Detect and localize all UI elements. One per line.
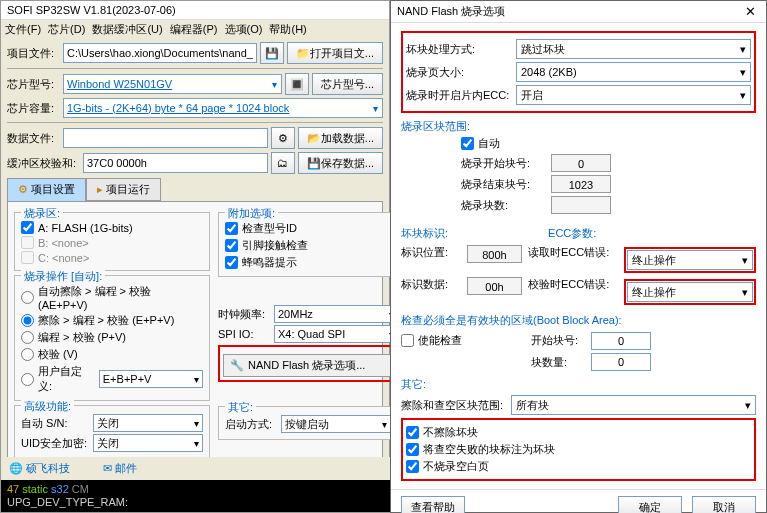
project-file-label: 项目文件: xyxy=(7,46,63,61)
ecc-combo[interactable]: 开启 xyxy=(516,85,751,105)
menu-chip[interactable]: 芯片(D) xyxy=(48,23,85,35)
menu-options[interactable]: 选项(O) xyxy=(225,23,263,35)
mark-fail-check[interactable] xyxy=(406,443,419,456)
erase-range-combo[interactable]: 所有块 xyxy=(511,395,756,415)
bad-block-combo[interactable]: 跳过坏块 xyxy=(516,39,751,59)
bad-id-cnt: 00h xyxy=(467,277,522,295)
freq-combo[interactable]: 20MHz xyxy=(274,305,398,323)
open-project-button[interactable]: 📁 打开项目文... xyxy=(287,42,383,64)
save-data-button[interactable]: 💾 保存数据... xyxy=(298,152,383,174)
cancel-button[interactable]: 取消 xyxy=(692,496,756,513)
ecc-verify-combo[interactable]: 终止操作 xyxy=(627,282,753,302)
op-erase-prog-radio[interactable] xyxy=(21,314,34,327)
chip-model-label: 芯片型号: xyxy=(7,77,63,92)
range-count xyxy=(551,196,611,214)
sn-combo[interactable]: 关闭 xyxy=(93,414,203,432)
others-group: 其它: 启动方式:按键启动 xyxy=(218,406,398,440)
gear-icon: ⚙ xyxy=(18,183,28,195)
menu-bar: 文件(F) 芯片(D) 数据缓冲区(U) 编程器(P) 选项(O) 帮助(H) xyxy=(1,20,389,39)
wrench-icon: 🔧 xyxy=(230,359,244,372)
link-tech[interactable]: 🌐 硕飞科技 xyxy=(9,462,85,474)
help-button[interactable]: 查看帮助 xyxy=(401,496,465,513)
nand-dialog: NAND Flash 烧录选项 ✕ 坏块处理方式:跳过坏块 烧录页大小:2048… xyxy=(390,0,767,513)
area-b-check xyxy=(21,236,34,249)
data-file-input[interactable] xyxy=(63,128,268,148)
console: 47 static s32 CM UPG_DEV_TYPE_RAM: xyxy=(1,480,391,512)
boot-start-input[interactable] xyxy=(591,332,651,350)
checksum-icon[interactable]: 🗂 xyxy=(271,152,295,174)
checksum-input[interactable] xyxy=(83,153,268,173)
range-end: 1023 xyxy=(551,175,611,193)
main-title-bar: SOFI SP32SW V1.81(2023-07-06) xyxy=(1,1,389,20)
start-mode-combo[interactable]: 按键启动 xyxy=(281,415,391,433)
op-auto-erase-radio[interactable] xyxy=(21,291,34,304)
check-id-check[interactable] xyxy=(225,222,238,235)
chip-model-combo[interactable]: Winbond W25N01GV xyxy=(63,74,282,94)
adv-group: 高级功能: 自动 S/N:关闭 UID安全加密:关闭 xyxy=(14,405,210,459)
data-file-label: 数据文件: xyxy=(7,131,63,146)
main-window: SOFI SP32SW V1.81(2023-07-06) 文件(F) 芯片(D… xyxy=(0,0,390,513)
checksum-label: 缓冲区校验和: xyxy=(7,156,83,171)
spi-combo[interactable]: X4: Quad SPI xyxy=(274,325,398,343)
op-custom-combo[interactable]: E+B+P+V xyxy=(99,370,203,388)
menu-help[interactable]: 帮助(H) xyxy=(269,23,306,35)
range-auto-check[interactable] xyxy=(461,137,474,150)
no-burn-empty-check[interactable] xyxy=(406,460,419,473)
data-file-icon[interactable]: ⚙ xyxy=(271,127,295,149)
nand-options-button[interactable]: 🔧NAND Flash 烧录选项... xyxy=(223,354,393,377)
op-verify-radio[interactable] xyxy=(21,348,34,361)
chip-icon[interactable]: 🔳 xyxy=(285,73,309,95)
menu-buffer[interactable]: 数据缓冲区(U) xyxy=(92,23,162,35)
tab-run[interactable]: ▸项目运行 xyxy=(86,178,161,201)
range-start: 0 xyxy=(551,154,611,172)
menu-programmer[interactable]: 编程器(P) xyxy=(170,23,218,35)
extra-group: 附加选项: 检查型号ID 引脚接触检查 蜂鸣器提示 xyxy=(218,212,398,277)
project-file-input[interactable] xyxy=(63,43,257,63)
chip-cap-label: 芯片容量: xyxy=(7,101,63,116)
area-a-check[interactable] xyxy=(21,221,34,234)
area-c-check xyxy=(21,251,34,264)
boot-count-input[interactable] xyxy=(591,353,651,371)
load-data-button[interactable]: 📂 加载数据... xyxy=(298,127,383,149)
op-prog-verify-radio[interactable] xyxy=(21,331,34,344)
burn-area-group: 烧录区: A: FLASH (1G-bits) B: <none> C: <no… xyxy=(14,212,210,271)
boot-enable-check[interactable] xyxy=(401,334,414,347)
ops-group: 烧录操作 [自动]: 自动擦除 > 编程 > 校验 (AE+P+V) 擦除 > … xyxy=(14,275,210,401)
ecc-read-combo[interactable]: 终止操作 xyxy=(627,250,753,270)
close-icon[interactable]: ✕ xyxy=(741,4,760,19)
ok-button[interactable]: 确定 xyxy=(618,496,682,513)
main-title: SOFI SP32SW V1.81(2023-07-06) xyxy=(7,4,383,16)
op-custom-radio[interactable] xyxy=(21,373,34,386)
bad-id-pos: 800h xyxy=(467,245,522,263)
page-size-combo[interactable]: 2048 (2KB) xyxy=(516,62,751,82)
menu-file[interactable]: 文件(F) xyxy=(5,23,41,35)
link-mail[interactable]: ✉ 邮件 xyxy=(103,462,152,474)
chip-model-button[interactable]: 芯片型号... xyxy=(312,73,383,95)
settings-panel: 烧录区: A: FLASH (1G-bits) B: <none> C: <no… xyxy=(7,201,383,470)
chip-cap-combo[interactable]: 1G-bits - (2K+64) byte * 64 page * 1024 … xyxy=(63,98,383,118)
no-erase-bad-check[interactable] xyxy=(406,426,419,439)
save-project-icon[interactable]: 💾 xyxy=(260,42,284,64)
pin-check-check[interactable] xyxy=(225,239,238,252)
uid-combo[interactable]: 关闭 xyxy=(93,434,203,452)
dialog-title: NAND Flash 烧录选项 xyxy=(397,4,741,19)
play-icon: ▸ xyxy=(97,183,103,195)
tab-settings[interactable]: ⚙项目设置 xyxy=(7,178,86,201)
buzzer-check[interactable] xyxy=(225,256,238,269)
